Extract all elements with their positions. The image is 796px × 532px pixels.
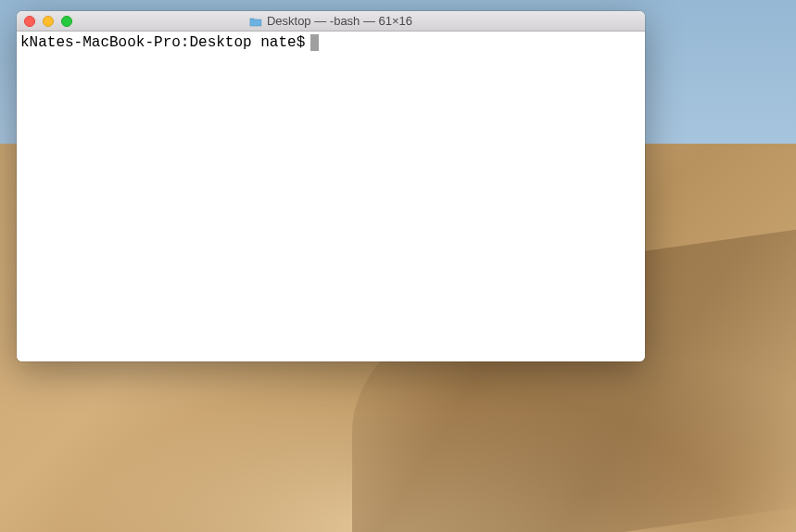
- titlebar-title-group: Desktop — -bash — 61×16: [249, 14, 412, 28]
- terminal-window: Desktop — -bash — 61×16 kNates-MacBook-P…: [17, 11, 645, 361]
- window-titlebar[interactable]: Desktop — -bash — 61×16: [17, 11, 645, 32]
- prompt-line: kNates-MacBook-Pro:Desktop nate$: [20, 33, 641, 53]
- folder-icon: [249, 16, 262, 26]
- zoom-button[interactable]: [61, 16, 72, 27]
- terminal-body[interactable]: kNates-MacBook-Pro:Desktop nate$: [17, 32, 645, 361]
- window-title: Desktop — -bash — 61×16: [267, 14, 412, 28]
- text-cursor: [310, 34, 319, 51]
- traffic-lights: [17, 16, 72, 27]
- desktop-wallpaper: Desktop — -bash — 61×16 kNates-MacBook-P…: [0, 0, 796, 532]
- minimize-button[interactable]: [43, 16, 54, 27]
- close-button[interactable]: [24, 16, 35, 27]
- shell-prompt: kNates-MacBook-Pro:Desktop nate$: [20, 33, 305, 53]
